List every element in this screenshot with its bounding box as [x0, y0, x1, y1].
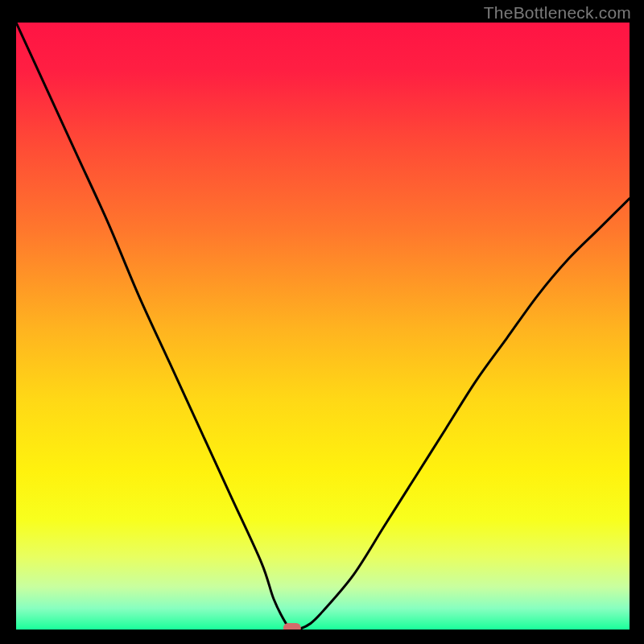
optimal-point-marker — [283, 623, 301, 630]
watermark-text: TheBottleneck.com — [484, 3, 631, 23]
plot-area — [16, 23, 630, 630]
chart-frame: TheBottleneck.com — [0, 0, 644, 644]
bottleneck-chart-svg — [16, 23, 630, 630]
gradient-background — [16, 23, 630, 630]
